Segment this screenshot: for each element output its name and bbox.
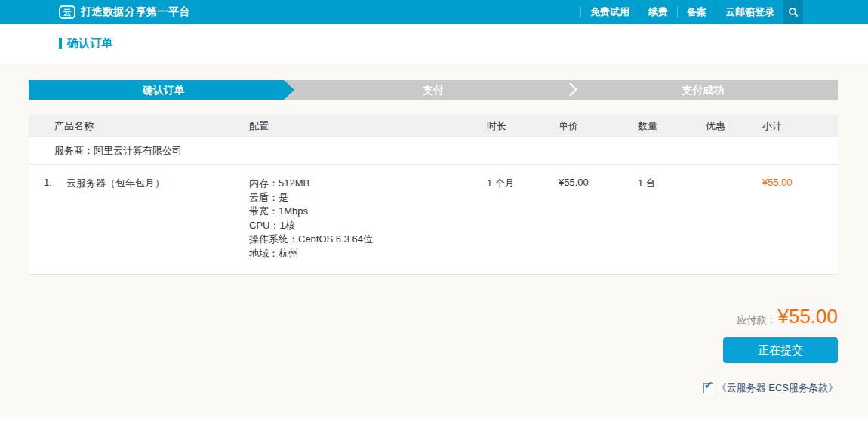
discount-cell bbox=[706, 177, 762, 260]
submit-button[interactable]: 正在提交 bbox=[723, 337, 838, 363]
unit-price-cell: ¥55.00 bbox=[559, 177, 638, 260]
order-table: 产品名称 配置 时长 单价 数量 优惠 小计 服务商：阿里云计算有限公司 1. … bbox=[29, 115, 838, 275]
nav-cloud-mail-login[interactable]: 云邮箱登录 bbox=[725, 5, 774, 19]
terms-row: ✔ 《云服务器 ECS服务条款》 bbox=[703, 381, 838, 395]
config-cpu: CPU：1核 bbox=[249, 219, 487, 233]
checkmark-icon: ✔ bbox=[704, 380, 713, 390]
quantity-cell: 1 台 bbox=[638, 177, 706, 260]
title-accent-bar bbox=[59, 38, 62, 49]
step-pay: 支付 bbox=[298, 80, 568, 100]
nav-free-trial[interactable]: 免费试用 bbox=[590, 5, 629, 19]
search-icon bbox=[788, 7, 799, 17]
col-header-quantity: 数量 bbox=[638, 119, 706, 133]
col-header-discount: 优惠 bbox=[706, 119, 762, 133]
footer-divider bbox=[0, 417, 868, 428]
nav-divider bbox=[677, 7, 678, 17]
terms-checkbox[interactable]: ✔ bbox=[703, 383, 713, 393]
page-title-text: 确认订单 bbox=[67, 36, 112, 51]
subtotal-cell: ¥55.00 bbox=[762, 177, 838, 260]
col-header-unit-price: 单价 bbox=[559, 119, 638, 133]
nav-divider bbox=[580, 7, 581, 17]
col-header-duration: 时长 bbox=[487, 119, 559, 133]
step-confirm-order: 确认订单 bbox=[29, 80, 298, 100]
provider-row: 服务商：阿里云计算有限公司 bbox=[29, 137, 838, 165]
duration-cell: 1 个月 bbox=[487, 177, 559, 260]
product-name-cell: 1. 云服务器（包年包月） bbox=[29, 177, 249, 260]
nav-renew[interactable]: 续费 bbox=[648, 5, 668, 19]
config-bandwidth: 带宽：1Mbps bbox=[249, 205, 487, 219]
cloud-logo-icon: 云 bbox=[59, 5, 75, 19]
brand-slogan: 打造数据分享第一平台 bbox=[81, 5, 190, 19]
payable-amount: ¥55.00 bbox=[777, 305, 838, 328]
payment-area: 应付款： ¥55.00 正在提交 ✔ 《云服务器 ECS服务条款》 bbox=[29, 305, 838, 395]
payable-line: 应付款： ¥55.00 bbox=[737, 305, 838, 328]
topbar: 云 打造数据分享第一平台 免费试用 续费 备案 云邮箱登录 bbox=[0, 0, 868, 24]
config-os: 操作系统：CentOS 6.3 64位 bbox=[249, 232, 487, 247]
terms-link[interactable]: 《云服务器 ECS服务条款》 bbox=[717, 381, 838, 395]
col-header-subtotal: 小计 bbox=[762, 119, 838, 133]
col-header-product: 产品名称 bbox=[29, 119, 249, 133]
config-cloud-shield: 云盾：是 bbox=[249, 191, 487, 205]
nav-divider bbox=[716, 7, 716, 17]
row-index: 1. bbox=[44, 177, 66, 260]
search-button[interactable] bbox=[783, 0, 803, 24]
col-header-config: 配置 bbox=[249, 119, 487, 133]
table-row: 1. 云服务器（包年包月） 内存：512MB 云盾：是 带宽：1Mbps CPU… bbox=[29, 165, 838, 274]
nav-icp-record[interactable]: 备案 bbox=[687, 5, 706, 19]
order-table-header: 产品名称 配置 时长 单价 数量 优惠 小计 bbox=[29, 115, 838, 137]
product-name: 云服务器（包年包月） bbox=[66, 177, 165, 260]
config-region: 地域：杭州 bbox=[249, 247, 487, 261]
title-band: 确认订单 bbox=[0, 24, 868, 63]
step-pay-success: 支付成功 bbox=[568, 80, 838, 100]
main-content: 确认订单 支付 支付成功 产品名称 配置 时长 单价 数量 优惠 小计 服务商：… bbox=[0, 80, 868, 395]
cloud-logo-char: 云 bbox=[63, 8, 72, 17]
page-title: 确认订单 bbox=[59, 36, 112, 51]
config-cell: 内存：512MB 云盾：是 带宽：1Mbps CPU：1核 操作系统：CentO… bbox=[249, 177, 487, 260]
nav-divider bbox=[639, 7, 639, 17]
top-nav: 免费试用 续费 备案 云邮箱登录 bbox=[571, 0, 868, 24]
payable-label: 应付款： bbox=[737, 313, 776, 327]
brand-logo[interactable]: 云 打造数据分享第一平台 bbox=[0, 5, 190, 19]
progress-steps: 确认订单 支付 支付成功 bbox=[29, 80, 838, 100]
config-memory: 内存：512MB bbox=[249, 177, 487, 191]
